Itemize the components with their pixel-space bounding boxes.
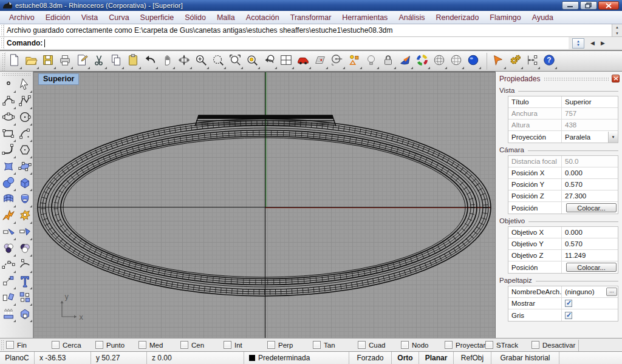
checkbox-icon[interactable]: [401, 341, 409, 349]
checkbox-icon[interactable]: [313, 341, 321, 349]
checkbox-icon[interactable]: [358, 341, 366, 349]
osnap-perp[interactable]: Perp: [267, 341, 293, 349]
property-value-posicion-x[interactable]: 0.000: [562, 167, 618, 178]
restore-button[interactable]: [580, 1, 597, 10]
menu-item-curva[interactable]: Curva: [103, 12, 134, 23]
fillet-tool-button[interactable]: [0, 143, 16, 159]
prev-command-icon[interactable]: ◀: [590, 40, 595, 46]
boolean-tool-button[interactable]: [16, 241, 33, 257]
zoom-in-button[interactable]: [193, 53, 210, 70]
osnap-proyectar[interactable]: Proyectar: [445, 341, 485, 349]
osnap-nodo[interactable]: Nodo: [401, 341, 429, 349]
circle-tool-button[interactable]: [16, 110, 33, 126]
osnap-cuad[interactable]: Cuad: [358, 341, 386, 349]
menu-item-acotacion[interactable]: Acotación: [241, 12, 285, 23]
zoom-extents-button[interactable]: [227, 53, 244, 70]
move-tool-button[interactable]: [0, 274, 16, 290]
property-value-posicion-y[interactable]: 0.570: [562, 179, 618, 190]
curve-tool-button[interactable]: [0, 93, 16, 110]
command-spinner[interactable]: ▲▼: [572, 38, 584, 49]
menu-item-herramientas[interactable]: Herramientas: [337, 12, 393, 23]
split-tool-button[interactable]: [16, 224, 33, 241]
flamingo-render-button[interactable]: [397, 53, 414, 70]
osnap-tan[interactable]: Tan: [313, 341, 335, 349]
osnap-fin[interactable]: Fin: [6, 341, 27, 349]
point-tool-button[interactable]: [0, 77, 16, 93]
menu-item-edicion[interactable]: Edición: [40, 12, 76, 23]
title-bar[interactable]: estuche08.3dm - Rhinoceros (Corporativa)…: [0, 0, 622, 11]
property-value-titulo[interactable]: Superior: [562, 96, 618, 107]
checkbox-icon[interactable]: [224, 341, 231, 349]
undo-button[interactable]: [142, 53, 159, 70]
property-value-proyeccion[interactable]: Paralela▼: [562, 131, 618, 143]
surface-tool-button[interactable]: [0, 159, 16, 175]
minimize-button[interactable]: [562, 1, 579, 10]
panel-close-button[interactable]: [612, 75, 620, 83]
property-value-objetivo-y[interactable]: 0.570: [562, 238, 618, 249]
polygon-tool-button[interactable]: [16, 143, 33, 159]
checkbox-icon[interactable]: [138, 341, 146, 349]
menu-item-renderizado[interactable]: Renderizado: [430, 12, 484, 23]
drag-handle[interactable]: [0, 24, 4, 36]
osnap-cen[interactable]: Cen: [180, 341, 204, 349]
checkbox-icon[interactable]: [52, 341, 60, 349]
status-toggle-orto[interactable]: Orto: [392, 352, 419, 364]
explode-tool-button[interactable]: [0, 208, 16, 224]
array-tool-button[interactable]: [16, 290, 33, 306]
viewport-superior[interactable]: y x Superior: [33, 72, 495, 338]
command-history-text[interactable]: Archivo guardado correctamente como E:\c…: [4, 26, 612, 35]
extrude-tool-button[interactable]: [0, 306, 16, 323]
dimension-tools-button[interactable]: [524, 53, 541, 70]
checkbox-icon[interactable]: [6, 341, 14, 349]
menu-item-archivo[interactable]: Archivo: [4, 12, 40, 23]
browse-button[interactable]: ...: [606, 288, 617, 296]
cplane-pane[interactable]: PlanoC: [0, 352, 35, 364]
menu-item-analisis[interactable]: Análisis: [393, 12, 430, 23]
colocar-button[interactable]: Colocar...: [566, 203, 617, 212]
history-scrollbar[interactable]: ▲ ▼: [612, 24, 622, 36]
undo-view-button[interactable]: [261, 53, 278, 70]
surface-points-tool-button[interactable]: [16, 159, 33, 175]
menu-item-vista[interactable]: Vista: [76, 12, 104, 23]
toolbar-drag-handle[interactable]: [1, 52, 5, 70]
status-toggle-planar[interactable]: Planar: [419, 352, 454, 364]
checkbox-icon[interactable]: [180, 341, 188, 349]
checkbox-icon[interactable]: [267, 341, 275, 349]
cplane-button[interactable]: [329, 53, 346, 70]
mirror-tool-button[interactable]: [0, 290, 16, 306]
polyline-tool-button[interactable]: [16, 93, 33, 110]
next-command-icon[interactable]: ▶: [601, 40, 605, 46]
options-gears-button[interactable]: [507, 53, 524, 70]
rectangle-tool-button[interactable]: [0, 126, 16, 143]
paste-button[interactable]: [125, 53, 142, 70]
sphere-tool-button[interactable]: [0, 175, 16, 192]
join-tool-button[interactable]: [16, 208, 33, 224]
zoom-selected-button[interactable]: [244, 53, 261, 70]
dropdown-arrow-icon[interactable]: ▼: [608, 132, 618, 143]
help-button[interactable]: ?: [541, 53, 558, 70]
property-value-nombredearch-[interactable]: (ninguno)...: [562, 286, 618, 297]
menu-item-transformar[interactable]: Transformar: [285, 12, 337, 23]
osnap-cerca[interactable]: Cerca: [52, 341, 81, 349]
menu-item-solido[interactable]: Sólido: [179, 12, 211, 23]
gris-checkbox[interactable]: [565, 312, 572, 319]
osnap-strack[interactable]: STrack: [485, 341, 518, 349]
close-button[interactable]: [598, 1, 619, 10]
menu-item-superficie[interactable]: Superficie: [135, 12, 180, 23]
light-button[interactable]: [363, 53, 380, 70]
mesh-tool-button[interactable]: [0, 192, 16, 208]
menu-item-flamingo[interactable]: Flamingo: [484, 12, 526, 23]
osnap-med[interactable]: Med: [138, 341, 163, 349]
checkbox-icon[interactable]: [445, 341, 453, 349]
rotate-view-button[interactable]: [176, 53, 193, 70]
osnap-int[interactable]: Int: [224, 341, 242, 349]
viewport-layout-button[interactable]: [278, 53, 295, 70]
panel-drag-handle[interactable]: [544, 77, 609, 81]
arc-tool-button[interactable]: [16, 126, 33, 143]
group-tool-button[interactable]: [0, 241, 16, 257]
pan-view-button[interactable]: [159, 53, 176, 70]
cut-button[interactable]: [91, 53, 108, 70]
cage-tool-button[interactable]: [16, 306, 33, 323]
background-bitmap-button[interactable]: [312, 53, 329, 70]
checkbox-icon[interactable]: [531, 341, 539, 349]
